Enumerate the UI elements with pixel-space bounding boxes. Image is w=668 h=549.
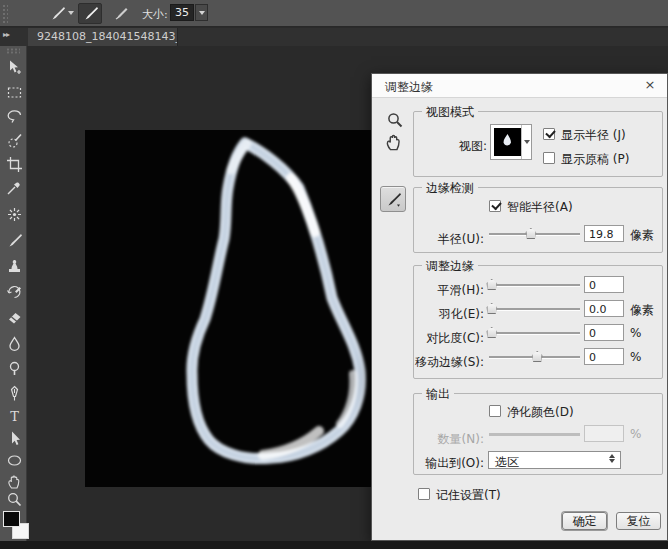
smooth-slider[interactable]: [489, 279, 580, 290]
contrast-slider[interactable]: [489, 327, 580, 338]
radius-label: 半径(U):: [418, 231, 484, 248]
path-selection-tool[interactable]: [5, 429, 23, 447]
view-mode-legend: 视图模式: [422, 104, 478, 121]
feather-slider[interactable]: [489, 303, 580, 314]
hand-tool[interactable]: [5, 472, 23, 490]
dodge-icon: [6, 360, 23, 377]
brush-preset-icon: [49, 5, 66, 22]
smart-radius-checkbox[interactable]: [489, 200, 501, 212]
photoshop-window: 大小: ▸▸ 9248108_184041548143_2.jpg: [0, 0, 668, 549]
erase-brush-icon: [112, 5, 129, 22]
dialog-zoom-tool[interactable]: [386, 111, 404, 129]
output-group: 输出 净化颜色(D) 数量(N): % 输出到(O): 选区: [413, 393, 663, 475]
window-bottom-edge: [0, 541, 668, 549]
ellipse-icon: [6, 452, 23, 469]
smooth-slider-thumb[interactable]: [486, 279, 497, 290]
view-label: 视图:: [454, 138, 487, 155]
zoom-tool[interactable]: [5, 490, 23, 508]
move-icon: [6, 59, 23, 76]
show-radius-checkbox[interactable]: [543, 128, 555, 140]
refine-radius-brush-button[interactable]: [78, 3, 102, 24]
canvas[interactable]: [85, 130, 371, 487]
view-mode-group: 视图模式 视图: 显示半径 (J) 显示原稿 (P): [413, 111, 663, 177]
quick-selection-tool[interactable]: [5, 131, 23, 149]
dialog-refine-brush-icon: [385, 191, 402, 208]
type-tool[interactable]: T: [5, 407, 23, 425]
dialog-hand-tool[interactable]: [384, 132, 404, 152]
radius-unit: 像素: [630, 227, 654, 244]
tool-preset-button[interactable]: [45, 3, 69, 24]
collapse-panel-icon[interactable]: ▸▸: [3, 30, 9, 39]
feather-value[interactable]: 0.0: [584, 300, 624, 317]
brush-tool[interactable]: [5, 231, 23, 249]
ellipse-shape-tool[interactable]: [5, 451, 23, 469]
ok-button[interactable]: 确定: [562, 512, 607, 530]
edge-detection-group: 边缘检测 智能半径(A) 半径(U): 19.8 像素: [413, 187, 663, 253]
pen-tool[interactable]: [5, 384, 23, 402]
output-to-value: 选区: [495, 454, 519, 471]
feather-slider-track[interactable]: [489, 308, 580, 310]
view-thumbnail: [494, 128, 521, 156]
output-to-label: 输出到(O):: [406, 455, 484, 472]
show-radius-label: 显示半径 (J): [561, 127, 626, 144]
lasso-icon: [6, 108, 23, 125]
reset-button[interactable]: 复位: [616, 512, 661, 530]
erase-refinements-brush-button[interactable]: [108, 3, 132, 24]
show-original-label: 显示原稿 (P): [561, 151, 629, 168]
eraser-tool[interactable]: [5, 308, 23, 326]
move-tool[interactable]: [5, 58, 23, 76]
refine-edge-dialog: 调整边缘 × 视图模式 视图:: [371, 73, 668, 541]
show-original-checkbox[interactable]: [543, 152, 555, 164]
crop-tool[interactable]: [5, 155, 23, 173]
dialog-titlebar[interactable]: 调整边缘 ×: [372, 74, 667, 98]
marquee-icon: [6, 84, 23, 101]
options-bar: 大小:: [0, 0, 668, 27]
contrast-label: 对比度(C):: [418, 330, 484, 347]
feather-slider-thumb[interactable]: [486, 303, 497, 314]
shift-edge-unit: %: [630, 350, 641, 364]
rectangular-marquee-tool[interactable]: [5, 83, 23, 101]
refine-brush-icon: [82, 5, 99, 22]
spot-healing-brush-tool[interactable]: [5, 205, 23, 223]
amount-slider: [489, 428, 580, 439]
history-brush-tool[interactable]: [5, 282, 23, 300]
shift-edge-value[interactable]: 0: [584, 348, 624, 365]
feather-unit: 像素: [630, 302, 654, 319]
smooth-value[interactable]: 0: [584, 276, 624, 293]
blur-tool[interactable]: [5, 334, 23, 352]
document-tab-title: 9248108_184041548143_2.jpg: [37, 30, 178, 43]
shift-edge-slider[interactable]: [489, 351, 580, 362]
size-input[interactable]: [170, 4, 194, 21]
dropdown-caret-icon: [199, 11, 205, 15]
remember-settings-label: 记住设置(T): [436, 487, 501, 504]
preset-caret-icon[interactable]: [68, 11, 74, 15]
radius-value[interactable]: 19.8: [584, 225, 624, 242]
dialog-refine-brush-button[interactable]: [380, 186, 406, 212]
contrast-slider-thumb[interactable]: [486, 327, 497, 338]
radius-slider-thumb[interactable]: [525, 228, 536, 239]
contrast-value[interactable]: 0: [584, 324, 624, 341]
dialog-close-button[interactable]: ×: [642, 77, 658, 93]
smooth-slider-track[interactable]: [489, 284, 580, 286]
view-thumbnail-dropdown[interactable]: [490, 124, 532, 160]
radius-slider[interactable]: [489, 228, 580, 239]
lasso-tool[interactable]: [5, 107, 23, 125]
decontaminate-colors-checkbox[interactable]: [489, 405, 501, 417]
output-to-dropdown[interactable]: 选区: [488, 451, 621, 469]
remember-settings-checkbox[interactable]: [418, 488, 430, 500]
size-dropdown-button[interactable]: [195, 4, 208, 21]
crop-icon: [6, 156, 23, 173]
pear-outline-image: [85, 130, 371, 487]
feather-label: 羽化(E):: [418, 306, 484, 323]
toolbox-grip[interactable]: [6, 48, 20, 54]
shift-edge-slider-thumb[interactable]: [532, 351, 543, 362]
clone-stamp-tool[interactable]: [5, 256, 23, 274]
amount-value: [584, 425, 624, 442]
contrast-slider-track[interactable]: [489, 332, 580, 334]
document-tab[interactable]: 9248108_184041548143_2.jpg: [28, 28, 178, 46]
options-bar-grip[interactable]: [2, 4, 8, 23]
dodge-tool[interactable]: [5, 359, 23, 377]
history-brush-icon: [6, 283, 23, 300]
eyedropper-tool[interactable]: [5, 178, 23, 196]
foreground-color-swatch[interactable]: [3, 511, 20, 527]
